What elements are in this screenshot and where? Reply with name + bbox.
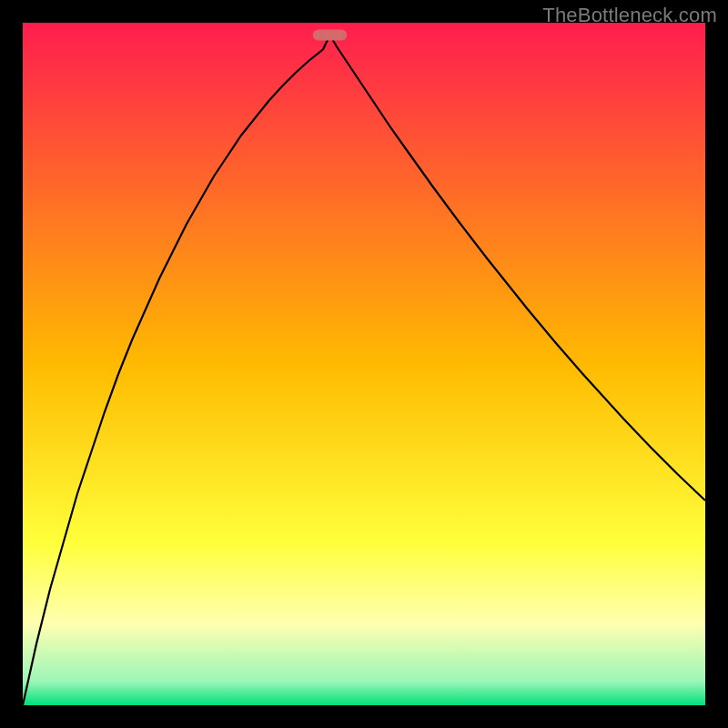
watermark-text: TheBottleneck.com [542, 4, 717, 27]
chart-background [23, 23, 705, 705]
bottleneck-chart [23, 23, 705, 705]
chart-frame [23, 23, 705, 705]
optimal-marker [313, 30, 348, 41]
